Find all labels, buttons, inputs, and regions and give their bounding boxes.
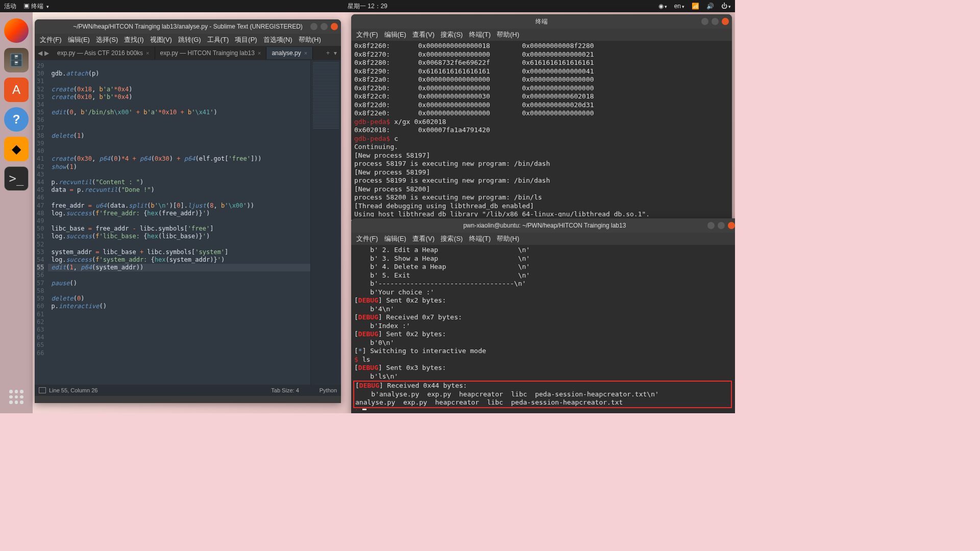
tab-next-icon[interactable]: ▶ bbox=[44, 49, 49, 57]
network-icon[interactable]: 📶 bbox=[692, 3, 699, 10]
maximize-button[interactable] bbox=[712, 18, 719, 25]
menu-help[interactable]: 帮助(H) bbox=[497, 30, 519, 39]
dock: 🗄️ A ? ◆ >_ bbox=[0, 12, 33, 413]
menubar: 文件(F) 编辑(E) 查看(V) 搜索(S) 终端(T) 帮助(H) bbox=[351, 29, 732, 41]
menu-file[interactable]: 文件(F) bbox=[356, 30, 378, 39]
menu-help[interactable]: 帮助(H) bbox=[299, 35, 321, 44]
titlebar[interactable]: 终端 bbox=[351, 14, 732, 29]
maximize-button[interactable] bbox=[718, 222, 725, 229]
minimize-button[interactable] bbox=[707, 222, 715, 229]
statusbar: Line 55, Column 26 Tab Size: 4 Python bbox=[35, 385, 341, 396]
tab-add-icon[interactable]: + bbox=[326, 49, 330, 57]
accessibility-icon[interactable]: ◉▾ bbox=[658, 3, 667, 10]
dock-files[interactable]: 🗄️ bbox=[4, 48, 29, 72]
titlebar[interactable]: pwn-xiaolin@ubuntu: ~/PWN/heap/HITCON Tr… bbox=[351, 218, 735, 233]
titlebar[interactable]: ~/PWN/heap/HITCON Trainging lab13/analys… bbox=[35, 19, 341, 34]
menu-search[interactable]: 搜索(S) bbox=[440, 234, 462, 243]
sublime-window: ~/PWN/heap/HITCON Trainging lab13/analys… bbox=[35, 19, 341, 403]
dock-sublime[interactable]: ◆ bbox=[4, 137, 29, 161]
menu-file[interactable]: 文件(F) bbox=[356, 234, 378, 243]
sidebar-toggle-icon[interactable] bbox=[39, 387, 46, 393]
menu-edit[interactable]: 编辑(E) bbox=[384, 30, 406, 39]
top-panel: 活动 ▣ 终端 ▾ 星期一 12：29 ◉▾ en▾ 📶 🔊 ⏻▾ bbox=[0, 0, 735, 12]
tab-analyse[interactable]: analyse.py× bbox=[266, 47, 313, 59]
menubar: 文件(F) 编辑(E) 选择(S) 查找(I) 视图(V) 跳转(G) 工具(T… bbox=[35, 34, 341, 46]
menu-select[interactable]: 选择(S) bbox=[96, 35, 118, 44]
chevron-down-icon: ▾ bbox=[46, 4, 49, 9]
tab-menu-icon[interactable]: ▾ bbox=[334, 49, 337, 57]
close-button[interactable] bbox=[728, 222, 735, 229]
dock-help[interactable]: ? bbox=[4, 107, 29, 132]
dock-apps-button[interactable] bbox=[6, 387, 27, 407]
code-area[interactable]: gdb.attach(p) create(0x18, b'a'*0x4) cre… bbox=[48, 60, 310, 385]
window-title: ~/PWN/heap/HITCON Trainging lab13/analys… bbox=[73, 23, 303, 30]
minimize-button[interactable] bbox=[701, 18, 708, 25]
editor[interactable]: 2930313233343536373839404142434445464748… bbox=[35, 60, 341, 385]
window-title: 终端 bbox=[535, 17, 548, 26]
menu-find[interactable]: 查找(I) bbox=[124, 35, 143, 44]
close-button[interactable] bbox=[331, 23, 338, 30]
terminal-output[interactable]: 0x8f2260: 0x0000000000000018 0x000000000… bbox=[351, 41, 732, 217]
menu-view[interactable]: 查看(V) bbox=[412, 234, 434, 243]
tab-prev-icon[interactable]: ◀ bbox=[38, 49, 42, 57]
menubar: 文件(F) 编辑(E) 查看(V) 搜索(S) 终端(T) 帮助(H) bbox=[351, 233, 735, 245]
menu-tools[interactable]: 工具(T) bbox=[207, 35, 229, 44]
menu-search[interactable]: 搜索(S) bbox=[440, 30, 462, 39]
close-icon[interactable]: × bbox=[146, 50, 149, 56]
menu-edit[interactable]: 编辑(E) bbox=[384, 234, 406, 243]
tab-bar: ◀▶ exp.py — Asis CTF 2016 b00ks× exp.py … bbox=[35, 46, 341, 60]
minimap[interactable] bbox=[310, 60, 341, 385]
clock[interactable]: 星期一 12：29 bbox=[348, 2, 387, 11]
terminal-pwntools: pwn-xiaolin@ubuntu: ~/PWN/heap/HITCON Tr… bbox=[351, 218, 735, 413]
activities-button[interactable]: 活动 bbox=[4, 2, 16, 11]
menu-preferences[interactable]: 首选项(N) bbox=[263, 35, 292, 44]
menu-view[interactable]: 查看(V) bbox=[412, 30, 434, 39]
tab-exp-asis[interactable]: exp.py — Asis CTF 2016 b00ks× bbox=[52, 47, 155, 59]
window-title: pwn-xiaolin@ubuntu: ~/PWN/heap/HITCON Tr… bbox=[463, 222, 626, 229]
menu-goto[interactable]: 跳转(G) bbox=[178, 35, 201, 44]
power-icon[interactable]: ⏻▾ bbox=[721, 3, 731, 10]
close-button[interactable] bbox=[722, 18, 729, 25]
menu-view[interactable]: 视图(V) bbox=[150, 35, 172, 44]
minimize-button[interactable] bbox=[310, 23, 317, 30]
app-menu[interactable]: ▣ 终端 ▾ bbox=[23, 2, 49, 11]
terminal-output[interactable]: b' 2. Edit a Heap \n' b' 3. Show a Heap … bbox=[351, 245, 735, 410]
status-position[interactable]: Line 55, Column 26 bbox=[49, 387, 97, 393]
menu-file[interactable]: 文件(F) bbox=[40, 35, 62, 44]
close-icon[interactable]: × bbox=[304, 50, 307, 56]
desktop: ~/PWN/heap/HITCON Trainging lab13/analys… bbox=[33, 12, 735, 413]
maximize-button[interactable] bbox=[321, 23, 328, 30]
tab-exp-hitcon[interactable]: exp.py — HITCON Trainging lab13× bbox=[155, 47, 267, 59]
dock-terminal[interactable]: >_ bbox=[4, 166, 29, 191]
terminal-gdb: 终端 文件(F) 编辑(E) 查看(V) 搜索(S) 终端(T) 帮助(H) 0… bbox=[351, 14, 732, 220]
dock-firefox[interactable] bbox=[4, 18, 29, 43]
dock-software[interactable]: A bbox=[4, 78, 29, 102]
status-tabsize[interactable]: Tab Size: 4 bbox=[271, 387, 299, 393]
close-icon[interactable]: × bbox=[258, 50, 261, 56]
volume-icon[interactable]: 🔊 bbox=[706, 3, 714, 10]
menu-edit[interactable]: 编辑(E) bbox=[68, 35, 90, 44]
menu-terminal[interactable]: 终端(T) bbox=[469, 30, 491, 39]
status-syntax[interactable]: Python bbox=[320, 387, 337, 393]
menu-help[interactable]: 帮助(H) bbox=[497, 234, 519, 243]
input-method[interactable]: en▾ bbox=[674, 3, 684, 10]
menu-project[interactable]: 项目(P) bbox=[235, 35, 257, 44]
menu-terminal[interactable]: 终端(T) bbox=[469, 234, 491, 243]
line-gutter: 2930313233343536373839404142434445464748… bbox=[35, 60, 48, 385]
